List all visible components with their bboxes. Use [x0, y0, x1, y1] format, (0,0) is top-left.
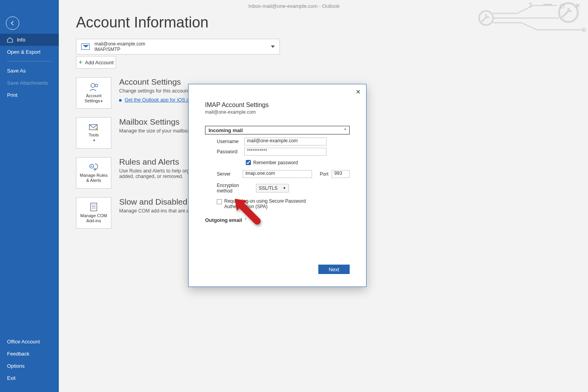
tools-tile[interactable]: Tools▾	[76, 117, 111, 149]
sidebar-separator	[7, 61, 52, 62]
next-label: Next	[329, 267, 339, 272]
dialog-subtitle: mail@one-example.com	[205, 109, 350, 115]
chevron-down-icon: ▼	[283, 186, 286, 190]
sidebar-label-open-export: Open & Export	[7, 49, 40, 55]
svg-point-10	[559, 3, 578, 22]
password-label: Password	[205, 149, 244, 154]
imap-settings-dialog: ✕ IMAP Account Settings mail@one-example…	[188, 84, 367, 287]
svg-point-0	[91, 83, 95, 87]
dialog-title: IMAP Account Settings	[205, 102, 350, 109]
port-label: Port	[320, 171, 328, 177]
account-settings-tile[interactable]: AccountSettings▾	[76, 77, 111, 109]
sidebar-label-feedback: Feedback	[7, 351, 29, 357]
tile-label: Tools	[89, 132, 99, 137]
svg-rect-6	[91, 203, 97, 211]
password-input[interactable]: ***********	[244, 148, 327, 156]
person-gear-icon	[89, 82, 99, 92]
sidebar-item-save-attachments: Save Attachments	[0, 77, 59, 89]
spa-checkbox[interactable]	[217, 199, 222, 204]
server-input[interactable]: imap.one.com	[243, 170, 312, 178]
encryption-select[interactable]: SSL/TLS ▼	[256, 184, 289, 192]
plus-icon: +	[78, 60, 83, 65]
add-account-button[interactable]: + Add Account	[76, 56, 116, 69]
sidebar-label-save-as: Save As	[7, 68, 26, 74]
account-email: mail@one-example.com	[94, 41, 145, 47]
dialog-close-button[interactable]: ✕	[356, 88, 361, 96]
chevron-down-icon: ▾	[93, 138, 95, 142]
outgoing-email-label: Outgoing email	[205, 217, 242, 223]
sidebar-item-feedback[interactable]: Feedback	[0, 348, 59, 360]
tile-label: Manage COM	[80, 213, 107, 218]
addins-tile[interactable]: Manage COMAdd-ins	[76, 197, 111, 229]
rules-tile[interactable]: Manage Rules& Alerts	[76, 157, 111, 189]
account-picker[interactable]: mail@one-example.com IMAP/SMTP	[76, 39, 280, 54]
add-account-label: Add Account	[85, 60, 114, 65]
tile-label: Add-ins	[86, 218, 101, 223]
tile-label: & Alerts	[86, 178, 101, 183]
sidebar-item-exit[interactable]: Exit	[0, 372, 59, 384]
sidebar-item-options[interactable]: Options	[0, 360, 59, 372]
tile-label: Manage Rules	[80, 173, 108, 178]
addins-icon	[89, 202, 98, 212]
remember-password-label: Remember password	[253, 160, 298, 165]
decorative-graphic	[400, 2, 588, 33]
mail-icon	[81, 44, 90, 50]
username-input[interactable]: mail@one-example.com	[244, 138, 327, 145]
encryption-label: Encryption method	[205, 183, 256, 194]
account-protocol: IMAP/SMTP	[94, 47, 145, 52]
incoming-mail-expander[interactable]: Incoming mail ˄	[205, 126, 350, 134]
port-input[interactable]: 993	[332, 170, 350, 178]
sidebar-item-open-export[interactable]: Open & Export	[0, 46, 59, 58]
remember-password-checkbox[interactable]	[246, 160, 251, 165]
sidebar-item-office-account[interactable]: Office Account	[0, 336, 59, 348]
chevron-down-icon: ▾	[101, 99, 103, 103]
chevron-up-icon: ˄	[344, 128, 346, 132]
spa-label: Require log-on using Secure Password Aut…	[224, 198, 334, 209]
sidebar-item-save-as[interactable]: Save As	[0, 65, 59, 77]
sidebar-item-print[interactable]: Print	[0, 89, 59, 101]
encryption-value: SSL/TLS	[259, 185, 278, 191]
sidebar-label-print: Print	[7, 92, 18, 98]
sidebar-label-options: Options	[7, 363, 25, 369]
home-icon	[7, 37, 13, 43]
next-button[interactable]: Next	[318, 265, 350, 274]
chevron-down-icon	[271, 45, 275, 48]
chevron-down-icon: ˅	[245, 218, 247, 222]
incoming-mail-label: Incoming mail	[209, 127, 243, 133]
sidebar-label-info: Info	[17, 37, 25, 43]
file-sidebar: Info Open & Export Save As Save Attachme…	[0, 0, 59, 392]
server-label: Server	[205, 171, 243, 177]
bullet-icon	[119, 99, 122, 102]
sidebar-item-info[interactable]: Info	[0, 34, 59, 46]
rules-icon	[88, 163, 99, 171]
svg-point-4	[91, 166, 93, 167]
mailbox-tools-icon	[89, 123, 99, 131]
tile-label: Account	[86, 93, 102, 98]
tile-label: Settings	[85, 98, 100, 103]
svg-point-1	[95, 84, 98, 87]
back-button[interactable]	[6, 16, 19, 30]
sidebar-label-office-account: Office Account	[7, 339, 40, 345]
sidebar-label-save-attachments: Save Attachments	[7, 80, 48, 86]
outgoing-email-expander[interactable]: Outgoing email ˅	[205, 217, 350, 223]
username-label: Username	[205, 139, 244, 144]
sidebar-label-exit: Exit	[7, 375, 16, 381]
